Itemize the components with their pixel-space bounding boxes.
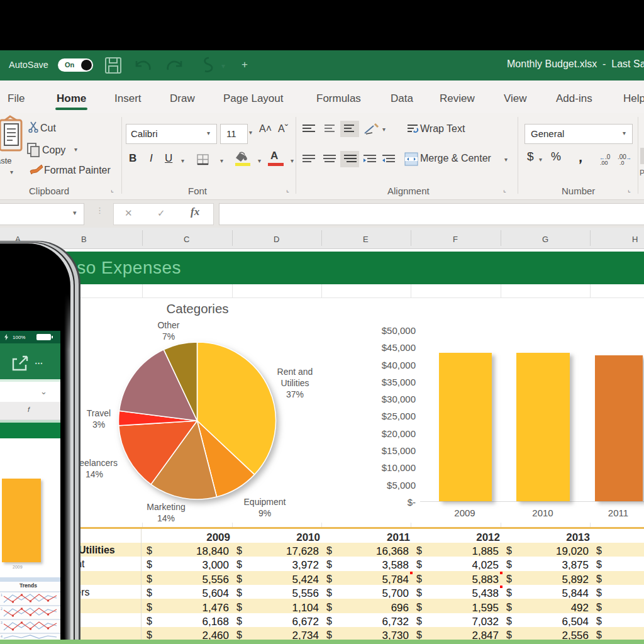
svg-text:2: 2 [1, 607, 3, 611]
svg-text:3: 3 [1, 621, 3, 625]
svg-text:1: 1 [1, 593, 3, 597]
svg-text:Trends: Trends [19, 582, 37, 589]
svg-text:4: 4 [1, 635, 3, 638]
